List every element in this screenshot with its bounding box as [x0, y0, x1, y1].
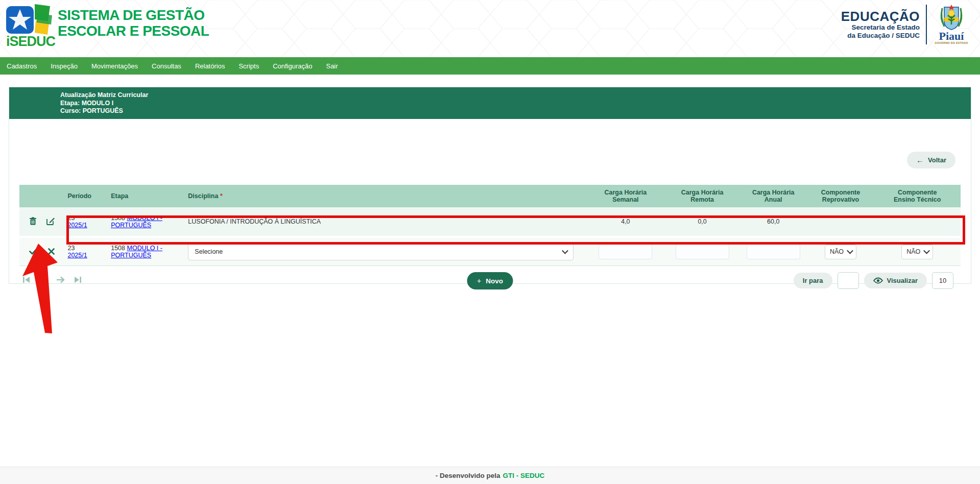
piaui-name: Piauí — [933, 31, 970, 41]
col-comp-tecnico: ComponenteEnsino Técnico — [874, 185, 961, 207]
novo-label: Novo — [486, 277, 503, 285]
etapa-cell: 1508 MODULO I - PORTUGUÊS — [108, 237, 185, 265]
eye-icon — [873, 277, 883, 284]
back-arrow-icon: ← — [916, 156, 924, 164]
required-asterisk: * — [220, 192, 223, 200]
app-title: SISTEMA DE GESTÃO ESCOLAR E PESSOAL — [58, 7, 209, 39]
first-page-button[interactable] — [22, 276, 31, 283]
first-page-icon — [22, 276, 31, 283]
nav-item-configuracao[interactable]: Configuração — [273, 62, 312, 70]
ch-remota-cell: 0,0 — [665, 207, 739, 237]
next-page-button[interactable] — [56, 276, 65, 283]
ch-remota-edit-cell — [665, 237, 739, 265]
disciplina-select[interactable]: Selecione — [188, 244, 573, 260]
piaui-gov-brand: Piauí GOVERNO DO ESTADO — [933, 4, 970, 44]
nav-item-cadastros[interactable]: Cadastros — [7, 62, 37, 70]
col-disciplina: Disciplina * — [185, 185, 586, 207]
table-row: 23 2025/1 1508 MODULO I - PORTUGUÊS LUSO… — [19, 207, 961, 237]
last-page-icon — [74, 276, 82, 283]
periodo-cell: 23 2025/1 — [64, 207, 108, 237]
col-periodo: Período — [64, 185, 108, 207]
ch-anual-edit-cell — [739, 237, 807, 265]
educacao-brand: EDUCAÇÃO Secretaria de Estado da Educaçã… — [841, 9, 920, 40]
table-footer-bar: + Novo Ir para Visualizar — [19, 266, 961, 298]
confirm-row-button[interactable] — [28, 247, 39, 257]
matriz-curricular-table: Período Etapa Disciplina * Carga Horária… — [19, 185, 961, 265]
prev-page-icon — [39, 276, 48, 283]
voltar-button[interactable]: ← Voltar — [907, 152, 955, 168]
edit-pencil-icon — [46, 217, 55, 225]
app-title-line1: SISTEMA DE GESTÃO — [58, 7, 209, 23]
app-title-line2: ESCOLAR E PESSOAL — [58, 23, 209, 39]
comp-tecnico-select[interactable]: NÃO — [901, 245, 933, 259]
iseduc-wordmark: iSEDUC — [6, 34, 55, 50]
plus-icon: + — [477, 277, 481, 285]
novo-button[interactable]: + Novo — [467, 272, 513, 289]
ch-semanal-input[interactable] — [599, 244, 652, 259]
iseduc-flag-icon — [6, 4, 57, 38]
ch-remota-input[interactable] — [676, 244, 729, 259]
disciplina-cell: LUSOFONIA / INTRODUÇÃO À LINGUÍSTICA — [185, 207, 586, 237]
page-subtitle-etapa: Etapa: MODULO I — [60, 100, 971, 108]
pagination-controls — [22, 276, 82, 283]
x-icon — [48, 248, 55, 255]
next-page-icon — [56, 276, 65, 283]
page-footer: - Desenvolvido pela GTI - SEDUC — [0, 467, 980, 484]
periodo-link[interactable]: 2025/1 — [67, 252, 87, 259]
disciplina-edit-cell: Selecione — [185, 237, 586, 265]
ch-semanal-cell: 4,0 — [586, 207, 665, 237]
page-number-input[interactable] — [838, 272, 859, 289]
voltar-label: Voltar — [928, 156, 946, 164]
col-ch-anual: Carga HoráriaAnual — [739, 185, 807, 207]
ch-anual-input[interactable] — [747, 244, 800, 259]
nav-item-consultas[interactable]: Consultas — [152, 62, 181, 70]
page-title-panel: Atualização Matriz Curricular Etapa: MOD… — [9, 87, 971, 119]
comp-reprovativo-cell — [807, 207, 874, 237]
visualizar-button[interactable]: Visualizar — [864, 273, 927, 288]
col-ch-semanal: Carga HoráriaSemanal — [586, 185, 665, 207]
edit-row-button[interactable] — [45, 216, 56, 228]
periodo-link[interactable]: 2025/1 — [67, 222, 87, 229]
delete-row-button[interactable] — [28, 216, 38, 228]
nav-item-sair[interactable]: Sair — [326, 62, 338, 70]
etapa-cell: 1508 MODULO I - PORTUGUÊS — [108, 207, 185, 237]
check-icon — [29, 248, 38, 255]
educacao-sub2: da Educação / SEDUC — [841, 32, 920, 40]
col-comp-reprovativo: ComponenteReprovativo — [807, 185, 874, 207]
trash-icon — [29, 217, 37, 225]
table-header-row: Período Etapa Disciplina * Carga Horária… — [19, 185, 961, 207]
ir-para-button[interactable]: Ir para — [794, 273, 832, 288]
col-etapa: Etapa — [108, 185, 185, 207]
col-actions — [19, 185, 64, 207]
table-edit-row: 23 2025/1 1508 MODULO I - PORTUGUÊS Sele… — [19, 237, 961, 265]
ch-semanal-edit-cell — [586, 237, 665, 265]
educacao-sub1: Secretaria de Estado — [841, 23, 920, 32]
nav-item-inspecao[interactable]: Inspeção — [51, 62, 78, 70]
periodo-cell: 23 2025/1 — [64, 237, 108, 265]
comp-reprovativo-select[interactable]: NÃO — [825, 245, 856, 259]
app-header: iSEDUC SISTEMA DE GESTÃO ESCOLAR E PESSO… — [0, 0, 980, 57]
nav-item-relatorios[interactable]: Relatórios — [195, 62, 225, 70]
page-subtitle-curso: Curso: PORTUGUÊS — [60, 107, 971, 115]
comp-reprovativo-edit-cell: NÃO — [807, 237, 874, 265]
comp-tecnico-edit-cell: NÃO — [874, 237, 961, 265]
comp-tecnico-cell — [874, 207, 961, 237]
card-body: ← Voltar Período Etapa Disciplina * — [9, 119, 971, 298]
educacao-title: EDUCAÇÃO — [841, 9, 920, 23]
nav-item-scripts[interactable]: Scripts — [238, 62, 259, 70]
brand-divider — [926, 5, 927, 44]
footer-text: - Desenvolvido pela — [436, 472, 500, 479]
last-page-button[interactable] — [74, 276, 82, 283]
piaui-gov-subtitle: GOVERNO DO ESTADO — [933, 41, 970, 44]
prev-page-button[interactable] — [39, 276, 48, 283]
cancel-row-button[interactable] — [47, 247, 56, 257]
iseduc-logo: iSEDUC — [6, 4, 57, 53]
main-nav: Cadastros Inspeção Movimentações Consult… — [0, 57, 980, 75]
footer-gti-seduc-link[interactable]: GTI - SEDUC — [503, 472, 545, 479]
page-jump-controls: Ir para Visualizar — [794, 272, 953, 289]
content-card: Atualização Matriz Curricular Etapa: MOD… — [9, 87, 971, 284]
page-size-input[interactable] — [932, 272, 953, 289]
nav-item-movimentacoes[interactable]: Movimentações — [91, 62, 138, 70]
piaui-coat-of-arms-icon — [937, 4, 966, 31]
header-brands: EDUCAÇÃO Secretaria de Estado da Educaçã… — [841, 4, 970, 44]
